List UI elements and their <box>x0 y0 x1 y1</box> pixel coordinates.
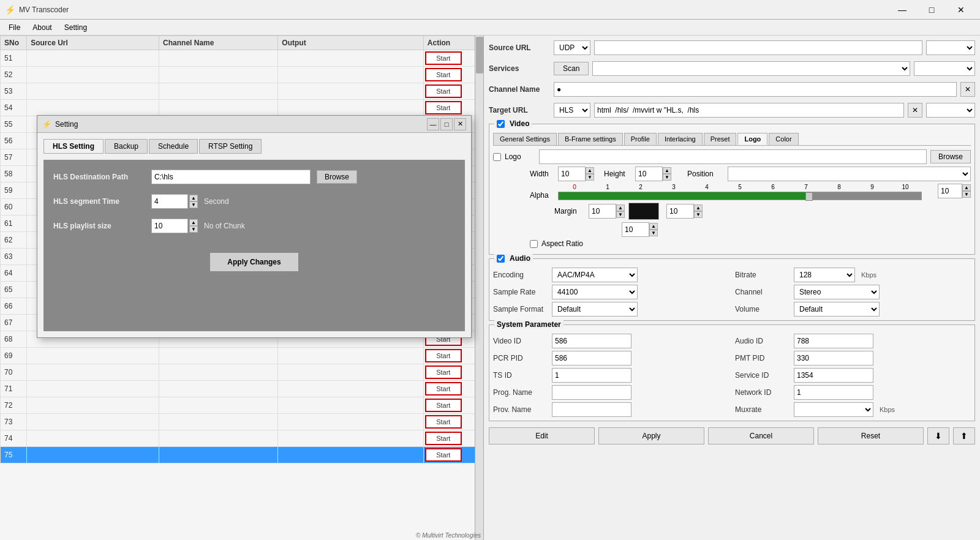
audio-enabled-checkbox[interactable] <box>497 255 505 263</box>
tab-bframe-settings[interactable]: B-Frame settings <box>558 133 623 145</box>
logo-enabled-checkbox[interactable] <box>493 153 501 161</box>
alpha-slider-thumb[interactable] <box>805 192 813 201</box>
aspect-ratio-checkbox[interactable] <box>530 240 538 248</box>
height-down[interactable]: ▼ <box>663 174 671 181</box>
pcr-pid-input[interactable] <box>552 351 631 366</box>
position-select[interactable] <box>728 167 971 181</box>
sample-format-select[interactable]: Default <box>552 302 638 317</box>
tab-schedule[interactable]: Schedule <box>149 139 198 154</box>
edit-button[interactable]: Edit <box>489 427 595 444</box>
margin-left-up[interactable]: ▲ <box>616 204 625 211</box>
prov-name-input[interactable] <box>552 402 631 417</box>
services-select-1[interactable] <box>592 61 910 76</box>
dialog-close-button[interactable]: ✕ <box>454 118 466 130</box>
margin-bottom-up[interactable]: ▲ <box>649 223 658 230</box>
margin-right-down[interactable]: ▼ <box>694 211 703 218</box>
logo-file-input[interactable] <box>539 149 927 164</box>
tab-profile[interactable]: Profile <box>624 133 657 145</box>
apply-button[interactable]: Apply <box>598 427 704 444</box>
services-select-2[interactable] <box>914 61 975 76</box>
minimize-button[interactable]: — <box>888 0 916 20</box>
channel-select[interactable]: Stereo <box>794 285 880 299</box>
height-up[interactable]: ▲ <box>663 167 671 174</box>
download-button[interactable]: ⬇ <box>927 427 949 444</box>
target-url-clear-button[interactable]: ✕ <box>908 103 922 118</box>
start-button[interactable]: Start <box>425 366 462 379</box>
target-url-protocol-select[interactable]: HLS RTMP UDP <box>554 103 590 118</box>
hls-playlist-down[interactable]: ▼ <box>189 226 198 233</box>
start-button[interactable]: Start <box>425 68 462 81</box>
menu-file[interactable]: File <box>2 22 26 33</box>
video-enabled-checkbox[interactable] <box>497 120 505 128</box>
alpha-slider-track[interactable] <box>558 192 922 200</box>
margin-bottom-down[interactable]: ▼ <box>649 230 658 236</box>
maximize-button[interactable]: □ <box>918 0 946 20</box>
margin-bottom-input[interactable] <box>622 222 649 237</box>
upload-button[interactable]: ⬆ <box>953 427 975 444</box>
tab-preset[interactable]: Preset <box>704 133 737 145</box>
tab-general-settings[interactable]: General Settings <box>493 133 557 145</box>
tab-backup[interactable]: Backup <box>105 139 148 154</box>
audio-id-input[interactable] <box>794 334 873 348</box>
channel-name-clear-button[interactable]: ✕ <box>960 82 975 97</box>
menu-about[interactable]: About <box>26 22 58 33</box>
hls-segment-down[interactable]: ▼ <box>189 201 198 208</box>
logo-browse-button[interactable]: Browse <box>930 150 971 163</box>
encoding-select[interactable]: AAC/MP4A <box>552 268 638 282</box>
width-down[interactable]: ▼ <box>586 174 594 181</box>
width-input[interactable] <box>558 167 586 181</box>
hls-playlist-up[interactable]: ▲ <box>189 219 198 226</box>
reset-button[interactable]: Reset <box>818 427 924 444</box>
source-url-input[interactable] <box>594 40 922 55</box>
margin-left-down[interactable]: ▼ <box>616 211 625 218</box>
margin-right-input[interactable] <box>666 204 694 219</box>
alpha-down[interactable]: ▼ <box>962 191 971 198</box>
target-url-extra-select[interactable] <box>926 103 975 118</box>
tab-interlacing[interactable]: Interlacing <box>658 133 703 145</box>
hls-segment-input[interactable] <box>151 194 188 209</box>
color-swatch[interactable] <box>628 203 659 220</box>
pmt-pid-input[interactable] <box>794 351 873 366</box>
scan-button[interactable]: Scan <box>554 62 589 75</box>
source-url-protocol-select[interactable]: UDP TCP HTTP RTSP <box>554 40 590 55</box>
margin-right-up[interactable]: ▲ <box>694 204 703 211</box>
volume-select[interactable]: Default <box>794 302 880 317</box>
close-button[interactable]: ✕ <box>947 0 975 20</box>
muxrate-select[interactable] <box>794 402 873 417</box>
dialog-maximize-button[interactable]: □ <box>440 118 453 130</box>
service-id-input[interactable] <box>794 368 873 383</box>
start-button[interactable]: Start <box>425 448 462 462</box>
margin-left-input[interactable] <box>589 204 616 219</box>
height-input[interactable] <box>635 167 663 181</box>
hls-browse-button[interactable]: Browse <box>317 170 357 184</box>
network-id-input[interactable] <box>794 385 873 400</box>
hls-segment-up[interactable]: ▲ <box>189 195 198 201</box>
channel-name-input[interactable] <box>554 82 957 97</box>
bitrate-select[interactable]: 128 <box>794 268 855 282</box>
alpha-input[interactable] <box>938 184 962 198</box>
start-button[interactable]: Start <box>425 349 462 362</box>
start-button[interactable]: Start <box>425 51 462 65</box>
start-button[interactable]: Start <box>425 399 462 412</box>
sample-rate-select[interactable]: 44100 <box>552 285 638 299</box>
scroll-bar[interactable] <box>475 36 483 540</box>
start-button[interactable]: Start <box>425 84 462 98</box>
start-button[interactable]: Start <box>425 415 462 429</box>
source-url-extra-select[interactable] <box>926 40 975 55</box>
prog-name-input[interactable] <box>552 385 631 400</box>
cancel-button[interactable]: Cancel <box>708 427 814 444</box>
start-button[interactable]: Start <box>425 101 462 114</box>
tab-rtsp-setting[interactable]: RTSP Setting <box>199 139 262 154</box>
target-url-input[interactable] <box>594 103 904 118</box>
hls-playlist-input[interactable] <box>151 219 188 233</box>
width-up[interactable]: ▲ <box>586 167 594 174</box>
menu-setting[interactable]: Setting <box>58 22 93 33</box>
hls-dest-path-input[interactable] <box>151 170 311 184</box>
dialog-minimize-button[interactable]: — <box>427 118 439 130</box>
tab-hls-setting[interactable]: HLS Setting <box>43 139 104 154</box>
ts-id-input[interactable] <box>552 368 631 383</box>
tab-color[interactable]: Color <box>769 133 798 145</box>
video-id-input[interactable] <box>552 334 631 348</box>
start-button[interactable]: Start <box>425 382 462 396</box>
apply-changes-button[interactable]: Apply Changes <box>209 252 299 272</box>
